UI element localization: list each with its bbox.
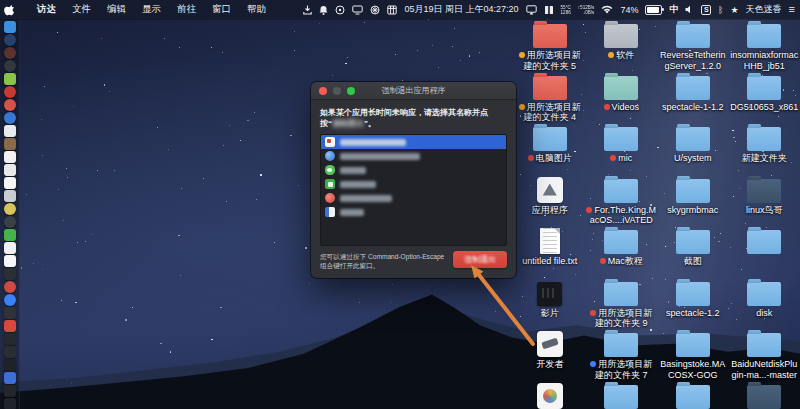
desktop-icon[interactable]: 其他 [515, 382, 585, 409]
desktop-icon[interactable]: spectacle-1-1.2 [658, 73, 728, 125]
menu-item[interactable]: 编辑 [99, 3, 134, 16]
desktop-icon[interactable]: U/system [658, 124, 728, 176]
desktop-icon[interactable]: 用所选项目新建的文件夹 5 [515, 21, 585, 73]
app-list-row[interactable] [321, 177, 506, 191]
dock-item-dark-blue-app[interactable] [4, 34, 16, 46]
bluetooth-icon[interactable]: ᛒ [718, 5, 723, 15]
desktop-icon[interactable]: insomniaxformacHHB_jb51 [729, 21, 799, 73]
list-menu-icon[interactable]: ≡ [789, 5, 795, 14]
dock-item-numbers[interactable] [4, 255, 16, 267]
dock-item-notes[interactable] [4, 125, 16, 137]
volume-icon[interactable] [685, 5, 694, 14]
desktop-icon[interactable]: For.The.King.MacOS....iVATED [586, 176, 656, 228]
desktop-icon[interactable]: BaiduNetdiskPlugin-ma...-master [729, 330, 799, 382]
dock-item-dark-app-4[interactable] [4, 398, 16, 409]
desktop-icon[interactable]: 影片 [515, 279, 585, 331]
spaces-icon[interactable] [544, 5, 554, 15]
globe-icon[interactable] [370, 5, 380, 15]
desktop-icon[interactable]: 用所选项目新建的文件夹 9 [586, 279, 656, 331]
desktop-icon[interactable] [729, 227, 799, 279]
dock-item-shield-app[interactable] [4, 320, 16, 332]
desktop-icon[interactable]: 用所选项目新建的文件夹 7 [586, 330, 656, 382]
compass-icon[interactable] [335, 5, 345, 15]
vpn-status[interactable]: 天色迷香 [746, 3, 782, 16]
app-list-row[interactable] [321, 149, 506, 163]
apple-menu[interactable] [0, 4, 21, 16]
dock-item-finder[interactable] [4, 21, 16, 33]
dock-item-dark-app-3[interactable] [4, 346, 16, 358]
dock-item-red-white-app[interactable] [4, 99, 16, 111]
dock-item-dark-app-1[interactable] [4, 268, 16, 280]
input-method[interactable]: 中 [669, 3, 678, 16]
desktop-icon[interactable]: Videos [586, 73, 656, 125]
dock-item-photo-app[interactable] [4, 242, 16, 254]
desktop-icon[interactable]: untitled file.txt [515, 227, 585, 279]
dock-item-dark-chat[interactable] [4, 216, 16, 228]
menu-item[interactable]: 访达 [29, 3, 64, 16]
desktop-icon[interactable]: ReverseTetheringServer_1.2.0 [658, 21, 728, 73]
dock-item-gray-app[interactable] [4, 190, 16, 202]
dock-item-text-app-2[interactable] [4, 164, 16, 176]
bell-icon[interactable] [319, 5, 328, 15]
dock-item-photos[interactable] [4, 307, 16, 319]
dock-item-safari[interactable] [4, 112, 16, 124]
proxy-icon[interactable]: S [701, 5, 711, 15]
desktop-icon[interactable]: 应用程序 [515, 176, 585, 228]
clock[interactable]: 05月19日 周日 上午04:27:20 [404, 3, 518, 16]
dock-item-camera-app[interactable] [4, 60, 16, 72]
desktop-icon[interactable]: 软件 [586, 21, 656, 73]
icon-label: 用所选项目新建的文件夹 4 [523, 102, 580, 123]
display-icon[interactable] [352, 5, 363, 15]
dock-item-blue-app[interactable] [4, 372, 16, 384]
desktop-icon[interactable]: 美国账号 [729, 382, 799, 409]
desktop-icon[interactable]: 用所选项目新建 [586, 382, 656, 409]
desktop-icon[interactable]: v2ray-v3.22. [658, 382, 728, 409]
calendar-icon[interactable] [387, 5, 397, 15]
dock-item-yellow-app[interactable] [4, 203, 16, 215]
force-quit-button[interactable]: 强制退出 [453, 251, 507, 268]
menu-item[interactable]: 文件 [64, 3, 99, 16]
dock-item-dark-app-2[interactable] [4, 333, 16, 345]
desktop-icon[interactable]: Basingstoke.MACOSX-GOG [658, 330, 728, 382]
desktop-icon[interactable]: 截图 [658, 227, 728, 279]
desktop-icon[interactable]: Mac教程 [586, 227, 656, 279]
dock-item-music[interactable] [4, 281, 16, 293]
wifi-icon[interactable] [601, 5, 613, 14]
desktop-icon[interactable]: linux鸟哥 [729, 176, 799, 228]
menu-item[interactable]: 前往 [169, 3, 204, 16]
app-list-row[interactable] [321, 135, 506, 149]
dock-item-appstore[interactable] [4, 294, 16, 306]
app-list-row[interactable] [321, 191, 506, 205]
application-list[interactable] [320, 134, 507, 246]
app-list-row[interactable] [321, 205, 506, 219]
desktop-icon[interactable]: 用所选项目新建的文件夹 4 [515, 73, 585, 125]
dock-item-y-app[interactable] [4, 385, 16, 397]
dock-item-terminal[interactable] [4, 359, 16, 371]
temperature-monitor[interactable]: 55°C1286 [561, 5, 571, 15]
menu-item[interactable]: 窗口 [204, 3, 239, 16]
favorites-star-icon[interactable]: ★ [731, 5, 739, 15]
desktop-icon[interactable]: 电脑图片 [515, 124, 585, 176]
dock-item-book-app[interactable] [4, 138, 16, 150]
menu-item[interactable]: 显示 [134, 3, 169, 16]
airplay-icon[interactable] [526, 5, 537, 15]
dock-item-text-app-3[interactable] [4, 177, 16, 189]
menu-item[interactable]: 帮助 [239, 3, 274, 16]
dock-item-browser[interactable] [4, 47, 16, 59]
desktop-icon[interactable]: skygrmbmac [658, 176, 728, 228]
desktop-icon[interactable]: disk [729, 279, 799, 331]
desktop-icon[interactable]: spectacle-1.2 [658, 279, 728, 331]
desktop-icon[interactable]: DG510653_x861 [729, 73, 799, 125]
battery-icon[interactable] [645, 5, 662, 15]
network-monitor[interactable]: ↑512B/s↓0B/s [578, 5, 595, 15]
dock-item-android-app[interactable] [4, 73, 16, 85]
desktop-icon[interactable]: 新建文件夹 [729, 124, 799, 176]
dock-item-red-music[interactable] [4, 86, 16, 98]
download-icon[interactable] [303, 5, 312, 15]
dialog-titlebar[interactable]: 强制退出应用程序 [311, 82, 516, 100]
dock-item-text-app-1[interactable] [4, 151, 16, 163]
desktop-icon[interactable]: mic [586, 124, 656, 176]
desktop-icon[interactable]: 开发者 [515, 330, 585, 382]
dock-item-wechat[interactable] [4, 229, 16, 241]
app-list-row[interactable] [321, 163, 506, 177]
